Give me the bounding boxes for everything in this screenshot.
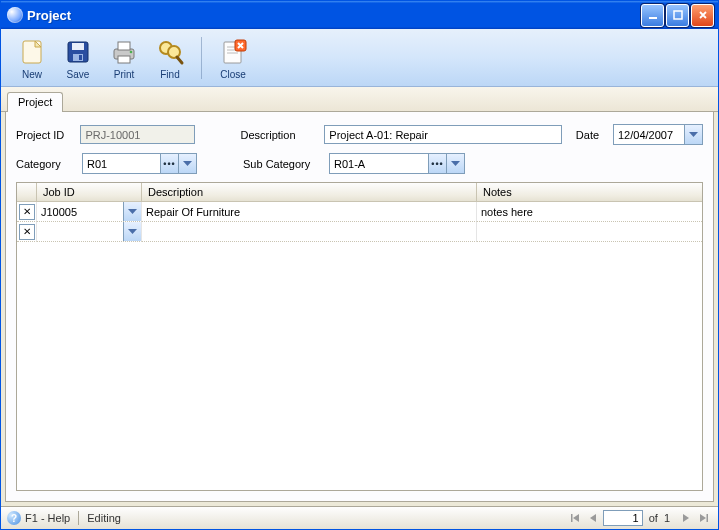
svg-rect-0 (649, 17, 657, 19)
table-row: ✕ (17, 222, 702, 242)
description-cell[interactable]: Repair Of Furniture (142, 202, 477, 222)
lookup-icon[interactable]: ••• (428, 154, 446, 173)
svg-point-10 (130, 51, 133, 54)
close-window-button[interactable] (691, 4, 714, 27)
window-buttons (641, 4, 714, 27)
status-bar: ? F1 - Help Editing of 1 (1, 506, 718, 529)
project-id-field[interactable] (80, 125, 195, 144)
grid-header-jobid[interactable]: Job ID (37, 183, 142, 201)
content-panel: Project ID Description Date Category ••• (5, 112, 714, 502)
pager-total: 1 (664, 512, 676, 524)
description-label: Description (241, 129, 317, 141)
notes-cell[interactable] (477, 222, 702, 242)
help-icon[interactable]: ? (7, 511, 21, 525)
new-button[interactable]: New (11, 33, 53, 82)
pager-current-input[interactable] (603, 510, 643, 526)
subcategory-combo[interactable]: ••• (329, 153, 465, 174)
close-doc-icon (217, 36, 249, 68)
titlebar: Project (1, 1, 718, 29)
category-combo[interactable]: ••• (82, 153, 197, 174)
maximize-button[interactable] (666, 4, 689, 27)
print-icon (108, 36, 140, 68)
description-field[interactable] (324, 125, 561, 144)
window-title: Project (27, 8, 641, 23)
save-button[interactable]: Save (57, 33, 99, 82)
pager-next-button[interactable] (678, 510, 694, 526)
pager-last-button[interactable] (696, 510, 712, 526)
status-help: F1 - Help (25, 512, 70, 524)
chevron-down-icon[interactable] (178, 154, 196, 173)
job-id-cell[interactable] (37, 222, 142, 242)
close-button[interactable]: Close (212, 33, 254, 82)
app-icon (7, 7, 23, 23)
date-input[interactable] (614, 129, 684, 141)
jobs-grid: Job ID Description Notes ✕ J10005 Repair… (16, 182, 703, 491)
toolbar: New Save Print Find (1, 29, 718, 87)
minimize-button[interactable] (641, 4, 664, 27)
tab-strip: Project (1, 87, 718, 112)
category-label: Category (16, 158, 74, 170)
save-icon (62, 36, 94, 68)
toolbar-separator (201, 37, 202, 79)
subcategory-label: Sub Category (243, 158, 321, 170)
chevron-down-icon[interactable] (446, 154, 464, 173)
grid-header-notes[interactable]: Notes (477, 183, 702, 201)
chevron-down-icon[interactable] (123, 202, 141, 221)
job-id-cell[interactable]: J10005 (37, 202, 142, 222)
svg-rect-4 (72, 43, 84, 50)
status-mode: Editing (87, 512, 121, 524)
record-pager: of 1 (567, 510, 712, 526)
notes-cell[interactable]: notes here (477, 202, 702, 222)
lookup-icon[interactable]: ••• (160, 154, 178, 173)
grid-header: Job ID Description Notes (17, 183, 702, 202)
svg-rect-6 (79, 55, 82, 60)
svg-rect-8 (118, 42, 130, 50)
print-button[interactable]: Print (103, 33, 145, 82)
find-icon (154, 36, 186, 68)
new-file-icon (16, 36, 48, 68)
grid-body: ✕ J10005 Repair Of Furniture notes here … (17, 202, 702, 490)
delete-row-button[interactable]: ✕ (19, 224, 35, 240)
project-window: { "window": { "title": "Project" }, "too… (0, 0, 719, 530)
grid-header-delete (17, 183, 37, 201)
svg-rect-19 (707, 514, 709, 522)
pager-prev-button[interactable] (585, 510, 601, 526)
subcategory-input[interactable] (330, 158, 428, 170)
tab-project[interactable]: Project (7, 92, 63, 112)
pager-first-button[interactable] (567, 510, 583, 526)
svg-rect-9 (118, 56, 130, 63)
delete-row-button[interactable]: ✕ (19, 204, 35, 220)
chevron-down-icon[interactable] (684, 125, 702, 144)
find-button[interactable]: Find (149, 33, 191, 82)
table-row: ✕ J10005 Repair Of Furniture notes here (17, 202, 702, 222)
category-input[interactable] (83, 158, 160, 170)
svg-rect-1 (674, 11, 682, 19)
chevron-down-icon[interactable] (123, 222, 141, 241)
description-cell[interactable] (142, 222, 477, 242)
date-picker[interactable] (613, 124, 703, 145)
project-id-label: Project ID (16, 129, 72, 141)
pager-of-label: of (645, 512, 662, 524)
svg-rect-18 (571, 514, 573, 522)
grid-header-description[interactable]: Description (142, 183, 477, 201)
date-label: Date (576, 129, 605, 141)
